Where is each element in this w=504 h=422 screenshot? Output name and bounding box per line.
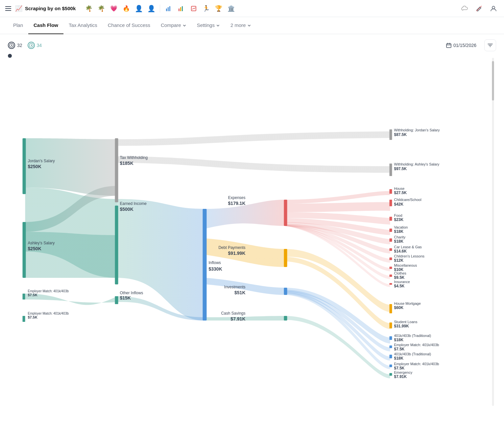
sankey-diagram: Jordan's Salary $250K Ashley's Salary $2… — [8, 58, 496, 406]
label-jordans-salary-val: $250K — [28, 164, 41, 169]
palm-tree-1-icon[interactable]: 🌴 — [84, 3, 94, 14]
flow-emergency — [285, 316, 390, 378]
label-r-401k-1: 401k/403b (Traditional) — [394, 334, 431, 338]
scrollbar-thumb[interactable] — [492, 61, 494, 100]
flow-inflows-to-savings — [206, 316, 285, 321]
node-right-vacation — [390, 229, 392, 232]
label-r-401k-2: 401k/403b (Traditional) — [394, 352, 431, 356]
hamburger-menu[interactable] — [5, 6, 11, 11]
label-r-ematch-1: Employer Match: 401k/403b — [394, 343, 439, 347]
label-r-401k-2-val: $18K — [394, 356, 404, 361]
tab-tax-analytics[interactable]: Tax Analytics — [63, 17, 103, 34]
svg-rect-0 — [166, 9, 167, 11]
node-inflows — [203, 209, 207, 321]
label-earned-val: $500K — [120, 207, 133, 212]
label-debt-val: $91.99K — [228, 251, 246, 256]
node-ematch1 — [23, 294, 25, 300]
label-r-food-val: $23K — [394, 217, 404, 222]
calendar-icon — [446, 43, 451, 48]
tab-chance-of-success[interactable]: Chance of Success — [103, 17, 156, 34]
tab-cash-flow[interactable]: Cash Flow — [28, 17, 63, 34]
trophy-icon[interactable]: 🏆 — [213, 3, 224, 14]
label-r-401k-1-val: $18K — [394, 338, 404, 342]
label-earned-name: Earned Income — [120, 201, 147, 206]
controls-row: 32 34 01/15/2026 — [8, 39, 496, 51]
cloud-icon[interactable] — [459, 3, 470, 14]
flow-withholding-ashley — [117, 156, 390, 173]
label-r-vacation-val: $18K — [394, 229, 404, 234]
heart-monitor-icon[interactable]: 💗 — [108, 3, 119, 14]
tab-plan[interactable]: Plan — [8, 17, 28, 34]
label-r-whashley: Withholding: Ashley's Salary — [394, 162, 440, 166]
label-tax-wh-val: $185K — [120, 161, 133, 166]
date-container: 01/15/2026 — [446, 43, 476, 48]
bank-icon[interactable]: 🏛️ — [226, 3, 236, 14]
nav-icons: 🌴 🌴 💗 🔥 👤 👤 🏃 🏆 🏛️ — [84, 3, 459, 14]
chevron-down-icon — [216, 23, 220, 27]
person-gray-icon[interactable]: 👤 — [146, 3, 156, 14]
node-tax-withholding — [115, 138, 118, 202]
label-r-charity: Charity — [394, 235, 406, 239]
label-inv-val: $51K — [234, 290, 245, 295]
label-ematch1-name: Employer Match: 401k/403b — [28, 289, 69, 293]
brand-icon: 📈 — [15, 5, 22, 12]
label-savings-val: $7.91K — [230, 316, 245, 322]
node-right-401k-1 — [390, 336, 392, 340]
chart-box-icon[interactable] — [188, 3, 199, 14]
flow-earned-to-inflows — [117, 199, 204, 321]
svg-rect-2 — [169, 6, 170, 11]
tab-settings[interactable]: Settings — [192, 17, 225, 34]
label-r-mortgage: House Mortgage — [394, 301, 421, 305]
label-inflows-val: $330K — [209, 266, 222, 272]
label-inflows-name: Inflows — [209, 260, 221, 265]
label-other-val: $15K — [120, 295, 131, 300]
label-r-childcare: Childcare/School — [394, 198, 421, 202]
filter-button[interactable] — [484, 39, 496, 51]
palm-tree-2-icon[interactable]: 🌴 — [96, 3, 107, 14]
label-r-house: House — [394, 187, 405, 190]
label-tax-wh-name: Tax Withholding — [120, 155, 148, 160]
chart-bars-color-icon[interactable] — [176, 3, 186, 14]
label-r-whashley-val: $97.5K — [394, 167, 407, 171]
label-r-clothes-val: $9.5K — [394, 275, 405, 280]
nav-divider — [160, 5, 160, 12]
svg-rect-11 — [446, 44, 451, 48]
age2-circle — [28, 42, 35, 49]
fire-icon[interactable]: 🔥 — [121, 3, 132, 14]
label-expenses-name: Expenses — [228, 195, 246, 200]
flow-childcare — [285, 202, 390, 212]
label-r-insurance-val: $4.5K — [394, 284, 405, 288]
label-r-house-val: $27.5K — [394, 190, 407, 195]
label-r-lessons: Children's Lessons — [394, 254, 425, 258]
label-expenses-val: $179.1K — [228, 201, 246, 206]
label-r-emergency: Emergency — [394, 370, 413, 374]
running-icon[interactable]: 🏃 — [201, 3, 211, 14]
label-r-charity-val: $18K — [394, 239, 404, 244]
node-debt — [284, 249, 287, 267]
label-r-food: Food — [394, 213, 402, 217]
node-right-insurance — [390, 283, 392, 285]
label-ematch2-val: $7.5K — [28, 315, 37, 319]
label-r-car: Car Lease & Gas — [394, 245, 422, 249]
flow-inflows-to-expenses — [206, 200, 285, 229]
node-expenses — [284, 200, 287, 226]
age1-badge: 32 — [8, 42, 22, 49]
pencil-slash-icon[interactable] — [474, 3, 484, 14]
node-right-house — [390, 189, 392, 194]
node-earned-income — [115, 206, 118, 284]
tab-compare[interactable]: Compare — [156, 17, 192, 34]
chart-bars-up-icon[interactable] — [163, 3, 174, 14]
svg-line-7 — [476, 6, 482, 11]
label-r-misc: Miscellaneous — [394, 263, 417, 267]
label-savings-name: Cash Savings — [221, 311, 245, 316]
node-right-student — [390, 322, 392, 328]
main-content: 32 34 01/15/2026 — [0, 34, 504, 411]
tab-more[interactable]: 2 more — [225, 17, 256, 34]
person-blue-icon[interactable]: 👤 — [133, 3, 144, 14]
user-icon[interactable] — [488, 3, 499, 14]
label-ashleys-salary-name: Ashley's Salary — [28, 241, 55, 245]
node-right-ematch-inv-2 — [390, 365, 392, 367]
node-right-clothes — [390, 275, 392, 277]
date-badge: 01/15/2026 — [446, 43, 476, 48]
nav-right — [459, 3, 499, 14]
